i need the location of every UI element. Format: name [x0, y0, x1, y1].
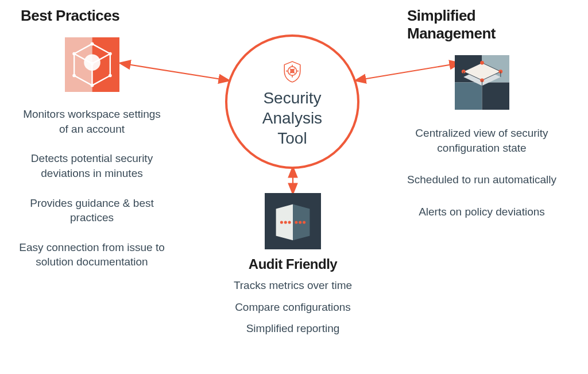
right-bullet-1: Scheduled to run automatically	[407, 172, 556, 187]
cube-icon	[65, 37, 119, 92]
svg-point-41	[280, 221, 283, 223]
center-title-line3: Tool	[277, 129, 307, 147]
layer-icon	[455, 55, 509, 110]
left-bullet-0: Monitors workspace settings of an accoun…	[17, 107, 167, 136]
audit-friendly-section: Audit Friendly Tracks metrics over time …	[212, 193, 373, 343]
svg-point-44	[295, 221, 297, 223]
svg-point-24	[90, 62, 94, 65]
svg-point-22	[72, 74, 76, 78]
svg-point-19	[109, 52, 112, 56]
center-title: Security Analysis Tool	[262, 88, 322, 148]
bottom-bullet-1: Compare configurations	[235, 300, 351, 315]
shield-icon	[280, 59, 305, 84]
audit-friendly-heading: Audit Friendly	[249, 256, 337, 272]
simplified-management-section: Simplified Management Centralized view o…	[407, 7, 556, 237]
svg-point-21	[90, 84, 94, 87]
svg-point-20	[109, 74, 112, 78]
svg-rect-27	[455, 83, 482, 110]
svg-point-18	[90, 43, 94, 46]
left-bullet-1: Detects potential security deviations in…	[17, 151, 167, 180]
svg-point-45	[299, 221, 301, 223]
best-practices-section: Best Practices Monitors workspace settin…	[17, 7, 167, 284]
svg-rect-28	[482, 83, 509, 110]
bottom-bullet-2: Simplified reporting	[246, 321, 340, 336]
bottom-bullet-0: Tracks metrics over time	[234, 278, 352, 293]
right-bullet-2: Alerts on policy deviations	[419, 205, 545, 219]
svg-point-46	[303, 221, 305, 223]
right-bullet-0: Centralized view of security configurati…	[407, 126, 556, 155]
svg-point-42	[284, 221, 287, 223]
left-bullet-3: Easy connection from issue to solution d…	[17, 240, 167, 269]
svg-point-23	[72, 52, 76, 56]
left-bullet-2: Provides guidance & best practices	[17, 196, 167, 225]
svg-point-31	[480, 61, 484, 65]
best-practices-heading: Best Practices	[21, 7, 119, 25]
simplified-management-heading: Simplified Management	[407, 7, 562, 43]
svg-point-43	[288, 221, 291, 223]
security-analysis-tool-node: Security Analysis Tool	[225, 34, 359, 169]
cards-icon	[265, 193, 321, 249]
center-title-line2: Analysis	[262, 109, 322, 127]
center-title-line1: Security	[263, 89, 321, 107]
